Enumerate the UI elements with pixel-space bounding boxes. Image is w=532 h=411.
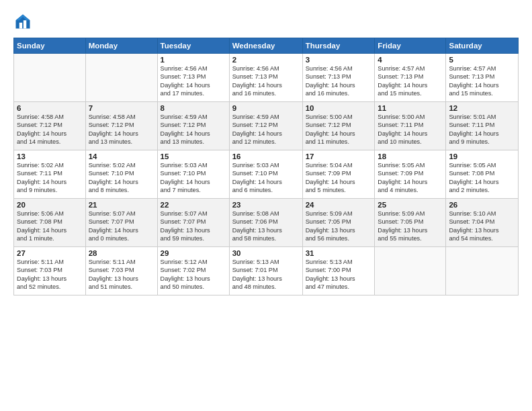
day-cell: 27Sunrise: 5:11 AM Sunset: 7:03 PM Dayli… — [14, 247, 86, 295]
week-row-5: 27Sunrise: 5:11 AM Sunset: 7:03 PM Dayli… — [14, 247, 519, 295]
day-cell — [375, 247, 446, 295]
day-number: 15 — [161, 152, 226, 161]
day-info: Sunrise: 5:13 AM Sunset: 7:01 PM Dayligh… — [232, 258, 300, 291]
day-number: 23 — [232, 201, 300, 209]
svg-rect-3 — [24, 20, 26, 28]
day-number: 19 — [449, 152, 515, 161]
day-cell: 18Sunrise: 5:05 AM Sunset: 7:09 PM Dayli… — [375, 150, 446, 199]
day-cell: 19Sunrise: 5:05 AM Sunset: 7:08 PM Dayli… — [446, 150, 519, 199]
day-number: 30 — [232, 249, 300, 257]
day-info: Sunrise: 4:59 AM Sunset: 7:12 PM Dayligh… — [232, 113, 300, 146]
day-cell: 26Sunrise: 5:10 AM Sunset: 7:04 PM Dayli… — [446, 199, 519, 247]
day-info: Sunrise: 5:00 AM Sunset: 7:12 PM Dayligh… — [306, 113, 372, 146]
day-number: 4 — [378, 56, 443, 64]
day-cell: 13Sunrise: 5:02 AM Sunset: 7:11 PM Dayli… — [14, 150, 86, 199]
day-number: 16 — [232, 152, 300, 161]
day-info: Sunrise: 5:05 AM Sunset: 7:08 PM Dayligh… — [449, 161, 515, 195]
day-info: Sunrise: 5:09 AM Sunset: 7:05 PM Dayligh… — [378, 210, 443, 243]
week-row-2: 6Sunrise: 4:58 AM Sunset: 7:12 PM Daylig… — [14, 102, 519, 150]
day-cell: 21Sunrise: 5:07 AM Sunset: 7:07 PM Dayli… — [85, 199, 157, 247]
logo — [13, 12, 35, 31]
day-info: Sunrise: 5:07 AM Sunset: 7:07 PM Dayligh… — [161, 210, 226, 243]
calendar: SundayMondayTuesdayWednesdayThursdayFrid… — [13, 38, 519, 295]
day-cell: 28Sunrise: 5:11 AM Sunset: 7:03 PM Dayli… — [85, 247, 157, 295]
day-info: Sunrise: 5:12 AM Sunset: 7:02 PM Dayligh… — [161, 258, 226, 291]
day-info: Sunrise: 5:02 AM Sunset: 7:11 PM Dayligh… — [17, 161, 83, 195]
day-info: Sunrise: 4:56 AM Sunset: 7:13 PM Dayligh… — [306, 64, 372, 98]
svg-rect-2 — [19, 23, 22, 29]
day-number: 6 — [17, 104, 83, 112]
day-number: 27 — [17, 249, 83, 257]
day-info: Sunrise: 5:02 AM Sunset: 7:10 PM Dayligh… — [89, 161, 154, 195]
day-info: Sunrise: 5:10 AM Sunset: 7:04 PM Dayligh… — [449, 210, 515, 243]
day-cell: 5Sunrise: 4:57 AM Sunset: 7:13 PM Daylig… — [446, 54, 519, 102]
day-number: 20 — [17, 201, 83, 209]
day-info: Sunrise: 4:58 AM Sunset: 7:12 PM Dayligh… — [17, 113, 83, 146]
day-cell: 22Sunrise: 5:07 AM Sunset: 7:07 PM Dayli… — [157, 199, 229, 247]
col-header-sunday: Sunday — [14, 38, 86, 54]
day-cell: 11Sunrise: 5:00 AM Sunset: 7:11 PM Dayli… — [375, 102, 446, 150]
col-header-tuesday: Tuesday — [157, 38, 229, 54]
week-row-4: 20Sunrise: 5:06 AM Sunset: 7:08 PM Dayli… — [14, 199, 519, 247]
day-info: Sunrise: 5:06 AM Sunset: 7:08 PM Dayligh… — [17, 210, 83, 243]
day-cell: 2Sunrise: 4:56 AM Sunset: 7:13 PM Daylig… — [229, 54, 302, 102]
day-number: 12 — [449, 104, 515, 112]
header-row: SundayMondayTuesdayWednesdayThursdayFrid… — [14, 38, 519, 54]
day-cell: 6Sunrise: 4:58 AM Sunset: 7:12 PM Daylig… — [14, 102, 86, 150]
col-header-friday: Friday — [375, 38, 446, 54]
day-number: 28 — [89, 249, 154, 257]
day-number: 21 — [89, 201, 154, 209]
day-cell: 12Sunrise: 5:01 AM Sunset: 7:11 PM Dayli… — [446, 102, 519, 150]
day-info: Sunrise: 4:56 AM Sunset: 7:13 PM Dayligh… — [232, 64, 300, 98]
col-header-monday: Monday — [85, 38, 157, 54]
day-cell: 25Sunrise: 5:09 AM Sunset: 7:05 PM Dayli… — [375, 199, 446, 247]
day-cell: 14Sunrise: 5:02 AM Sunset: 7:10 PM Dayli… — [85, 150, 157, 199]
day-number: 3 — [306, 56, 372, 64]
day-info: Sunrise: 5:03 AM Sunset: 7:10 PM Dayligh… — [232, 161, 300, 195]
week-row-1: 1Sunrise: 4:56 AM Sunset: 7:13 PM Daylig… — [14, 54, 519, 102]
day-info: Sunrise: 5:08 AM Sunset: 7:06 PM Dayligh… — [232, 210, 300, 243]
day-number: 13 — [17, 152, 83, 161]
day-cell: 29Sunrise: 5:12 AM Sunset: 7:02 PM Dayli… — [157, 247, 229, 295]
day-cell: 20Sunrise: 5:06 AM Sunset: 7:08 PM Dayli… — [14, 199, 86, 247]
day-info: Sunrise: 5:01 AM Sunset: 7:11 PM Dayligh… — [449, 113, 515, 146]
page: SundayMondayTuesdayWednesdayThursdayFrid… — [0, 0, 532, 411]
day-info: Sunrise: 5:03 AM Sunset: 7:10 PM Dayligh… — [161, 161, 226, 195]
col-header-thursday: Thursday — [302, 38, 375, 54]
day-cell: 17Sunrise: 5:04 AM Sunset: 7:09 PM Dayli… — [302, 150, 375, 199]
day-number: 29 — [161, 249, 226, 257]
day-number: 24 — [306, 201, 372, 209]
day-info: Sunrise: 5:13 AM Sunset: 7:00 PM Dayligh… — [306, 258, 372, 291]
day-number: 14 — [89, 152, 154, 161]
day-info: Sunrise: 5:11 AM Sunset: 7:03 PM Dayligh… — [89, 258, 154, 291]
day-cell: 24Sunrise: 5:09 AM Sunset: 7:05 PM Dayli… — [302, 199, 375, 247]
day-cell — [85, 54, 157, 102]
day-cell — [446, 247, 519, 295]
day-number: 17 — [306, 152, 372, 161]
day-cell: 4Sunrise: 4:57 AM Sunset: 7:13 PM Daylig… — [375, 54, 446, 102]
day-cell: 8Sunrise: 4:59 AM Sunset: 7:12 PM Daylig… — [157, 102, 229, 150]
day-cell — [14, 54, 86, 102]
day-info: Sunrise: 5:07 AM Sunset: 7:07 PM Dayligh… — [89, 210, 154, 243]
logo-icon — [13, 12, 32, 31]
day-number: 7 — [89, 104, 154, 112]
day-info: Sunrise: 5:05 AM Sunset: 7:09 PM Dayligh… — [378, 161, 443, 195]
day-cell: 30Sunrise: 5:13 AM Sunset: 7:01 PM Dayli… — [229, 247, 302, 295]
day-number: 1 — [161, 56, 226, 64]
day-number: 26 — [449, 201, 515, 209]
day-cell: 31Sunrise: 5:13 AM Sunset: 7:00 PM Dayli… — [302, 247, 375, 295]
day-info: Sunrise: 5:09 AM Sunset: 7:05 PM Dayligh… — [306, 210, 372, 243]
day-info: Sunrise: 4:56 AM Sunset: 7:13 PM Dayligh… — [161, 64, 226, 98]
day-info: Sunrise: 4:59 AM Sunset: 7:12 PM Dayligh… — [161, 113, 226, 146]
day-number: 11 — [378, 104, 443, 112]
day-cell: 23Sunrise: 5:08 AM Sunset: 7:06 PM Dayli… — [229, 199, 302, 247]
day-cell: 10Sunrise: 5:00 AM Sunset: 7:12 PM Dayli… — [302, 102, 375, 150]
day-info: Sunrise: 5:04 AM Sunset: 7:09 PM Dayligh… — [306, 161, 372, 195]
day-info: Sunrise: 4:58 AM Sunset: 7:12 PM Dayligh… — [89, 113, 154, 146]
day-cell: 15Sunrise: 5:03 AM Sunset: 7:10 PM Dayli… — [157, 150, 229, 199]
day-cell: 3Sunrise: 4:56 AM Sunset: 7:13 PM Daylig… — [302, 54, 375, 102]
day-number: 9 — [232, 104, 300, 112]
day-number: 31 — [306, 249, 372, 257]
day-number: 25 — [378, 201, 443, 209]
day-number: 10 — [306, 104, 372, 112]
